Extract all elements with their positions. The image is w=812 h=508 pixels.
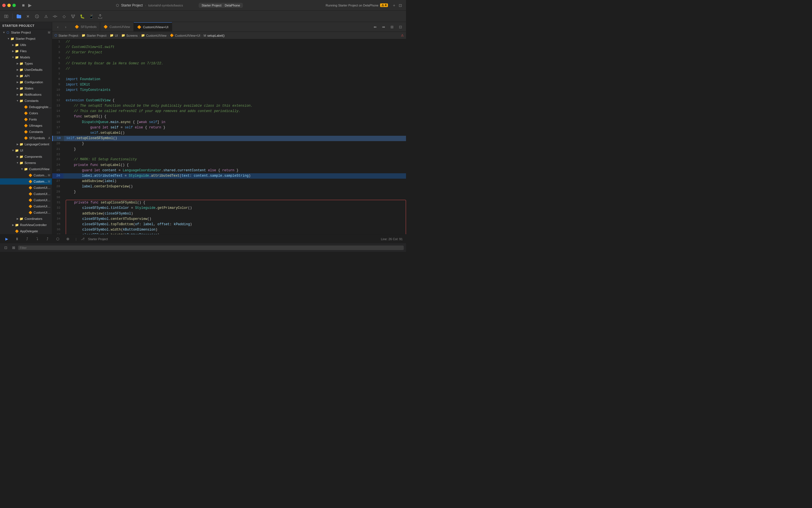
warning-icon[interactable]: ⚠: [42, 12, 50, 20]
sidebar-toggle-icon[interactable]: [2, 12, 10, 20]
app-subtitle: tutorial/sf-symbols/basics: [148, 4, 183, 7]
debug-step-out-button[interactable]: ⤴: [44, 236, 51, 243]
tree-item-sfsymbols-file[interactable]: ▶ 🔶 SFSymbols A: [0, 135, 52, 141]
tree-item-languagecontent[interactable]: ▶ 📁 LanguageContent: [0, 141, 52, 147]
debug-play-button[interactable]: ▶: [3, 236, 10, 243]
sidebar-title: Starter Project: [2, 24, 35, 27]
code-editor[interactable]: 1 // 2 // CustomUIView+UI.swift 3 // Sta…: [52, 39, 406, 234]
bc-customuiview[interactable]: CustomUIView: [146, 34, 167, 37]
tree-item-constants[interactable]: ▼ 📁 Constants: [0, 98, 52, 104]
filter-back-button[interactable]: ⊡: [2, 244, 9, 251]
svg-point-3: [54, 15, 56, 17]
tree-item-utils[interactable]: ▶ 📁 Utils: [0, 42, 52, 48]
line-number: 8: [52, 77, 63, 82]
title-sep: ›: [145, 4, 146, 7]
bc-file[interactable]: CustomUIView+UI: [175, 34, 200, 37]
tree-item-customuiview-folder[interactable]: ▼ 📁 CustomUIView: [0, 166, 52, 172]
close-icon[interactable]: ✕: [24, 12, 32, 20]
commit-icon[interactable]: [51, 12, 59, 20]
line-content: }: [63, 147, 406, 152]
tree-item-ui[interactable]: ▼ 📁 UI: [0, 147, 52, 154]
tab-sfsymbols[interactable]: 🔶 SFSymbols: [72, 22, 100, 31]
filter-input[interactable]: [18, 246, 404, 250]
tree-item-constants-file[interactable]: ▶ 🔶 Constants: [0, 129, 52, 135]
bc-folder[interactable]: Starter Project: [87, 34, 106, 37]
tree-item-customuiview-touches[interactable]: ▶ 🔶 CustomUIView+Touches: [0, 197, 52, 203]
new-tab-button[interactable]: +: [391, 3, 397, 8]
line-content: DispatchQueue.main.async { [weak self] i…: [63, 120, 406, 125]
maximize-button[interactable]: [12, 4, 16, 7]
history-icon[interactable]: [33, 12, 41, 20]
bc-sep: ›: [168, 34, 169, 37]
nav-back-button[interactable]: ‹: [54, 24, 61, 30]
tree-item-uiimages[interactable]: ▶ 🔶 UIImages: [0, 123, 52, 129]
folder-icon: 📁: [10, 36, 15, 41]
code-line: 28 label.centerInSuperview(): [52, 184, 406, 189]
tree-item-components[interactable]: ▶ 📁 Components: [0, 154, 52, 160]
tree-item-types[interactable]: ▶ 📁 Types: [0, 60, 52, 67]
tab-customuiview-ui[interactable]: 🔶 CustomUIView+UI: [134, 22, 172, 31]
nav-forward-button[interactable]: ›: [62, 24, 69, 30]
tree-item-starter-project[interactable]: ▼ 📁 Starter Project: [0, 36, 52, 42]
line-col-info: Line: 26 Col: 91: [381, 237, 403, 241]
share-icon[interactable]: [96, 12, 104, 20]
tree-item-models[interactable]: ▼ 📁 Models: [0, 54, 52, 60]
filter-forward-button[interactable]: ⊠: [10, 244, 17, 251]
tree-item-customuiview-notifications[interactable]: ▶ 🔶 CustomUIView+Notifications: [0, 184, 52, 191]
tree-item-userdefaults[interactable]: ▶ 📁 UserDefaults: [0, 67, 52, 73]
tree-item-colors[interactable]: ▶ 🔶 Colors: [0, 110, 52, 116]
code-line: 37 closeSFSymbol.height(kButtonDimension…: [52, 232, 406, 234]
debug-memory-button[interactable]: ⬡: [54, 236, 61, 243]
line-content: // CustomUIView+UI.swift: [63, 45, 406, 50]
debug-icon[interactable]: 🐛: [78, 12, 86, 20]
bc-ui[interactable]: UI: [115, 34, 118, 37]
folder-icon: 📁: [19, 154, 24, 159]
tree-item-coordinators[interactable]: ▶ 📁 Coordinators: [0, 216, 52, 222]
tree-item-appdelegate[interactable]: ▶ 🔶 AppDelegate: [0, 228, 52, 234]
next-issue-button[interactable]: ➡: [380, 24, 387, 30]
tree-item-states[interactable]: ▶ 📁 States: [0, 85, 52, 91]
tree-item-api[interactable]: ▶ 📁 API: [0, 73, 52, 79]
tree-item-customuiview-file[interactable]: ▶ 🔶 CustomUIView M: [0, 172, 52, 178]
tree-item-notifications[interactable]: ▶ 📁 Notifications: [0, 91, 52, 98]
source-control-icon[interactable]: [69, 12, 77, 20]
bc-screens[interactable]: Screens: [126, 34, 138, 37]
bc-project[interactable]: Starter Project: [58, 34, 78, 37]
split-editor-button[interactable]: ⊞: [389, 24, 395, 30]
folder-icon[interactable]: [15, 12, 23, 20]
bc-method[interactable]: setupLabel(): [208, 34, 225, 37]
tree-item-files[interactable]: ▶ 📁 Files: [0, 48, 52, 54]
tab-icon: 🔶: [75, 25, 79, 29]
tree-item-screens[interactable]: ▼ 📁 Screens: [0, 160, 52, 166]
layout-button[interactable]: ⊡: [397, 3, 404, 8]
tree-item-root-project[interactable]: ▼ ⬡ Starter Project M: [0, 29, 52, 36]
minimize-button[interactable]: [7, 4, 11, 7]
close-button[interactable]: [2, 4, 6, 7]
debug-pause-button[interactable]: ⏸: [13, 236, 20, 243]
item-label: Models: [20, 55, 52, 59]
tree-item-customuiview-ui-file[interactable]: ▶ 🔶 CustomUIView+UI M: [0, 178, 52, 184]
tree-item-customuiview-update[interactable]: ▶ 🔶 CustomUIView+Update: [0, 209, 52, 216]
tree-item-rootviewcontroller[interactable]: ▶ 📁 RootViewController: [0, 222, 52, 228]
tree-item-debugging[interactable]: ▶ 🔶 DebuggingIdentifiers: [0, 104, 52, 110]
device-selector[interactable]: Starter Project › DelaPhone: [198, 3, 243, 8]
layout-button[interactable]: ⊡: [397, 24, 404, 30]
arrow-icon: ▶: [16, 217, 19, 220]
tree-item-customuiview-gestures[interactable]: ▶ 🔶 CustomUIView+Gestures: [0, 191, 52, 197]
tree-item-configuration[interactable]: ▶ 📁 Configuration: [0, 79, 52, 85]
run-button[interactable]: ▶: [27, 2, 33, 8]
arrow-icon: ▶: [16, 62, 19, 65]
line-number: 33: [52, 211, 64, 216]
warning-badge[interactable]: ⚠ 4: [380, 3, 388, 7]
prev-issue-button[interactable]: ⬅: [371, 24, 378, 30]
line-content: self.setupLabel(): [63, 130, 406, 136]
debug-step-in-button[interactable]: ⤵: [34, 236, 41, 243]
breakpoint-icon[interactable]: ◇: [60, 12, 68, 20]
tab-customuiview[interactable]: 🔶 CustomUIView: [100, 22, 134, 31]
device-icon[interactable]: 📱: [87, 12, 95, 20]
tree-item-fonts[interactable]: ▶ 🔶 Fonts: [0, 116, 52, 123]
debug-step-over-button[interactable]: ⤴: [24, 236, 31, 243]
stop-button[interactable]: ■: [20, 2, 27, 8]
debug-location-button[interactable]: ⊕: [64, 236, 71, 243]
tree-item-customuiview-animations[interactable]: ▶ 🔶 CustomUIView+Animations: [0, 203, 52, 209]
